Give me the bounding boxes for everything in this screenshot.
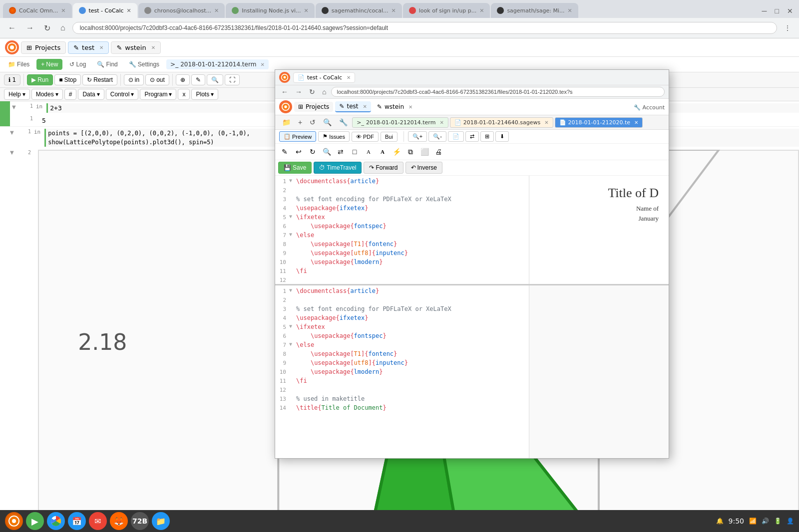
tab-close-2[interactable]: ✕ bbox=[127, 7, 131, 14]
modes-menu[interactable]: Modes ▾ bbox=[31, 89, 63, 100]
data-menu[interactable]: Data ▾ bbox=[78, 89, 104, 100]
reload-button[interactable]: ↻ bbox=[41, 22, 53, 34]
ed-replace-btn[interactable]: ⇄ bbox=[334, 145, 347, 158]
ed-copy-btn[interactable]: ⧉ bbox=[404, 145, 417, 158]
ed-undo-btn[interactable]: ↩ bbox=[292, 145, 305, 158]
overlay-back[interactable]: ← bbox=[279, 87, 290, 97]
ed-pencil-btn[interactable]: ✎ bbox=[278, 145, 291, 158]
taskbar-mail-icon[interactable]: ✉ bbox=[89, 512, 107, 530]
wstein-tab-close[interactable]: ✕ bbox=[151, 45, 155, 50]
download-btn[interactable]: ⬇ bbox=[495, 131, 509, 142]
ed-box-btn[interactable]: □ bbox=[348, 145, 361, 158]
taskbar-cocalc-icon[interactable] bbox=[5, 512, 23, 530]
ed-search-btn[interactable]: 🔍 bbox=[320, 145, 333, 158]
hash-button[interactable]: # bbox=[64, 89, 77, 100]
taskbar-files-icon[interactable]: 📁 bbox=[152, 512, 170, 530]
overlay-projects-tab[interactable]: ⊞ Projects bbox=[294, 102, 333, 112]
introspect-button[interactable]: ⊕ bbox=[176, 74, 190, 85]
taskbar-calendar-icon[interactable]: 📅 bbox=[68, 512, 86, 530]
taskbar-play-icon[interactable]: ▶ bbox=[26, 512, 44, 530]
preview-btn[interactable]: 📋 Preview bbox=[279, 131, 316, 142]
files-button[interactable]: 📁 Files bbox=[4, 59, 33, 69]
settings-button[interactable]: 🔧 Settings bbox=[125, 59, 163, 69]
out-button[interactable]: ⊙ out bbox=[145, 74, 169, 85]
tab-close-6[interactable]: ✕ bbox=[479, 7, 484, 14]
browser-tab-7[interactable]: sagemath/sage: Mi... ✕ bbox=[491, 3, 578, 18]
cell-indicator[interactable]: ℹ 1 bbox=[4, 74, 20, 85]
stop-button[interactable]: ■ Stop bbox=[54, 74, 81, 85]
x-button[interactable]: x bbox=[178, 89, 190, 100]
browser-tab-2[interactable]: test - CoCalc ✕ bbox=[73, 3, 137, 18]
browser-tab-6[interactable]: look of sign in/up p... ✕ bbox=[403, 3, 490, 18]
ed-redo-btn[interactable]: ↻ bbox=[306, 145, 319, 158]
overlay-url-input[interactable] bbox=[331, 87, 665, 97]
restart-button[interactable]: ↻ Restart bbox=[82, 74, 117, 85]
new-button[interactable]: + New bbox=[36, 59, 62, 70]
issues-btn[interactable]: ⚑ Issues bbox=[318, 131, 350, 142]
projects-tab[interactable]: ⊞ Projects bbox=[21, 41, 66, 54]
tex-close[interactable]: ✕ bbox=[634, 120, 638, 125]
split-btn[interactable]: ⇄ bbox=[465, 131, 479, 142]
overlay-wstein-close[interactable]: ✕ bbox=[408, 104, 412, 110]
tab-close-3[interactable]: ✕ bbox=[214, 7, 219, 14]
taskbar-firefox-icon[interactable]: 🦊 bbox=[110, 512, 128, 530]
term-close[interactable]: ✕ bbox=[439, 120, 443, 125]
tab-close-5[interactable]: ✕ bbox=[392, 7, 396, 14]
overlay-reload[interactable]: ↻ bbox=[307, 87, 317, 97]
overlay-folder-btn[interactable]: 📁 bbox=[279, 117, 294, 128]
overlay-tab-close[interactable]: ✕ bbox=[347, 75, 351, 80]
inverse-button[interactable]: ↶ Inverse bbox=[405, 162, 442, 174]
code-editor-bottom[interactable]: 1 ▼ \documentclass{article} 2 3 % set fo… bbox=[275, 285, 529, 458]
overlay-history-btn[interactable]: ↺ bbox=[307, 117, 319, 128]
forward-button[interactable]: ↷ Forward bbox=[364, 162, 403, 174]
fullscreen-button[interactable]: ⛶ bbox=[225, 74, 240, 85]
forward-button[interactable]: → bbox=[23, 22, 37, 33]
pdf-btn[interactable]: 👁 PDF bbox=[352, 132, 379, 142]
taskbar-honeywell-icon[interactable]: 72B bbox=[131, 512, 149, 530]
zoom-out-btn[interactable]: 🔍- bbox=[428, 131, 446, 142]
tab-close-1[interactable]: ✕ bbox=[61, 7, 65, 14]
overlay-active-tab[interactable]: 📄 test - CoCalc ✕ bbox=[293, 72, 355, 83]
edit-button[interactable]: ✎ bbox=[191, 74, 205, 85]
overlay-settings-btn[interactable]: 🔧 bbox=[336, 117, 351, 128]
plots-menu[interactable]: Plots ▾ bbox=[191, 89, 218, 100]
program-menu[interactable]: Program ▾ bbox=[140, 89, 176, 100]
ed-paste-btn[interactable]: ⬜ bbox=[418, 145, 431, 158]
browser-tab-1[interactable]: CoCalc Omn... ✕ bbox=[3, 3, 72, 18]
overlay-forward[interactable]: → bbox=[293, 87, 304, 97]
overlay-search-btn[interactable]: 🔍 bbox=[320, 117, 335, 128]
control-menu[interactable]: Control ▾ bbox=[106, 89, 139, 100]
in-button[interactable]: ⊙ in bbox=[124, 74, 144, 85]
ed-bold-btn[interactable]: A bbox=[376, 145, 389, 158]
run-button[interactable]: ▶ Run bbox=[27, 74, 53, 85]
new-page-btn[interactable]: 📄 bbox=[448, 131, 464, 142]
grid-btn[interactable]: ⊞ bbox=[480, 131, 494, 142]
minimize-button[interactable]: ─ bbox=[759, 6, 770, 16]
help-menu[interactable]: Help ▾ bbox=[4, 89, 30, 100]
test-tab-close[interactable]: ✕ bbox=[99, 45, 103, 50]
maximize-button[interactable]: □ bbox=[772, 6, 782, 16]
code-editor-top[interactable]: 1 ▼ \documentclass{article} 2 3 % set fo… bbox=[275, 176, 529, 284]
active-file-close[interactable]: ✕ bbox=[260, 62, 264, 67]
tab-close-4[interactable]: ✕ bbox=[304, 7, 308, 14]
overlay-tex-tab[interactable]: 📄 2018-01-01-212020.te ✕ bbox=[555, 117, 643, 128]
overlay-test-tab[interactable]: ✎ test ✕ bbox=[335, 101, 371, 112]
wstein-tab[interactable]: ✎ wstein ✕ bbox=[111, 41, 161, 54]
bookmarks-button[interactable]: ⋮ bbox=[781, 23, 794, 33]
search-button[interactable]: 🔍 bbox=[207, 74, 223, 85]
sage-close[interactable]: ✕ bbox=[544, 120, 548, 125]
save-button[interactable]: 💾 Save bbox=[278, 162, 312, 174]
overlay-wstein-tab[interactable]: ✎ wstein ✕ bbox=[373, 102, 417, 112]
browser-tab-3[interactable]: chronos@localhost... ✕ bbox=[138, 3, 225, 18]
zoom-in-btn[interactable]: 🔍+ bbox=[408, 131, 427, 142]
home-button[interactable]: ⌂ bbox=[57, 22, 68, 33]
back-button[interactable]: ← bbox=[5, 22, 19, 33]
browser-tab-4[interactable]: Installing Node.js vi... ✕ bbox=[226, 3, 314, 18]
tab-close-7[interactable]: ✕ bbox=[568, 7, 572, 14]
active-file-tab[interactable]: >_ 2018-01-01-212014.term ✕ bbox=[166, 59, 269, 69]
taskbar-chrome-icon[interactable] bbox=[47, 512, 65, 530]
overlay-add-file-btn[interactable]: + bbox=[295, 117, 305, 128]
ed-format-btn[interactable]: A bbox=[362, 145, 375, 158]
test-tab[interactable]: ✎ test ✕ bbox=[68, 41, 109, 54]
overlay-test-close[interactable]: ✕ bbox=[363, 104, 367, 109]
